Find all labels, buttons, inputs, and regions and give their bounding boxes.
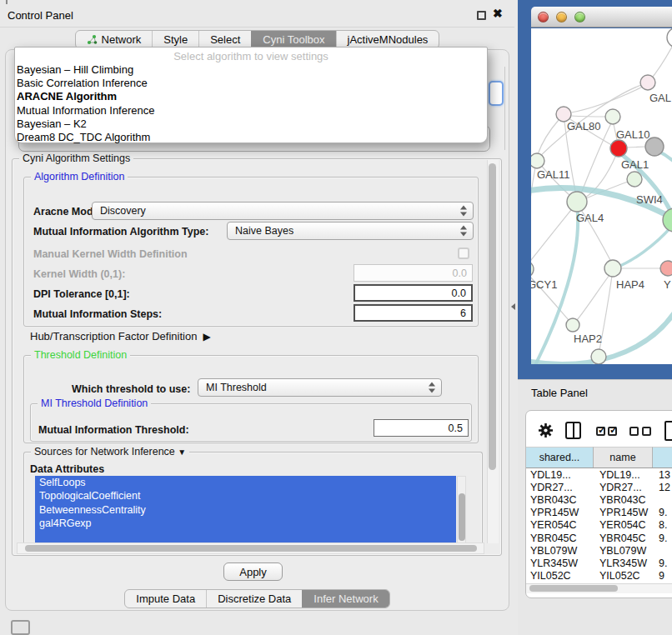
apply-button[interactable]: Apply (223, 562, 283, 581)
attribute-list-scrollbar-thumb[interactable] (459, 493, 465, 541)
mi-type-label: Mutual Information Algorithm Type: (33, 226, 208, 238)
select-all-checkbox-icon[interactable] (608, 427, 617, 436)
algorithm-option-aracne-algorithm[interactable]: ARACNE Algorithm (15, 90, 487, 103)
minimize-traffic-light-icon[interactable] (556, 12, 567, 22)
node-label-hap4: HAP4 (616, 278, 644, 291)
split-columns-icon[interactable] (565, 422, 581, 439)
table-cell: 9. (653, 507, 672, 518)
table-cell: YDR27... (594, 482, 653, 493)
network-node-gcy1[interactable] (531, 261, 534, 278)
network-node-red-node[interactable] (610, 140, 627, 157)
network-node-gal11[interactable] (531, 153, 544, 168)
table-row[interactable]: YDR27...YDR27...12 (526, 481, 672, 493)
network-node-salmon-node[interactable] (660, 261, 672, 276)
node-label-gal1: GAL1 (621, 158, 649, 171)
new-table-icon[interactable] (664, 421, 672, 441)
table-row[interactable]: YBR045CYBR045C9. (526, 532, 672, 544)
attribute-item-gal4rgexp[interactable]: gal4RGexp (35, 517, 456, 530)
table-row[interactable]: YIL052CYIL052C9 (526, 570, 672, 580)
float-window-icon[interactable] (477, 11, 486, 20)
table-cell: YDL19... (526, 469, 594, 481)
data-attributes-list[interactable]: SelfLoopsTopologicalCoefficientBetweenne… (35, 476, 456, 543)
which-threshold-select[interactable]: MI Threshold (198, 378, 442, 397)
tab-jactivemnodules[interactable]: jActiveMNodules (336, 31, 439, 48)
column-header-name[interactable]: name (594, 447, 653, 468)
close-icon[interactable]: ✖ (493, 7, 503, 20)
network-node-hap2[interactable] (566, 318, 579, 332)
settings-vertical-scrollbar-thumb[interactable] (489, 163, 496, 470)
network-edge (577, 275, 609, 320)
network-node-swi4[interactable] (627, 172, 642, 187)
network-node-bottom-partial[interactable] (591, 349, 606, 364)
table-horizontal-scrollbar-thumb[interactable] (529, 585, 618, 592)
cyni-settings-title: Cyni Algorithm Settings (19, 152, 133, 164)
close-traffic-light-icon[interactable] (538, 12, 549, 22)
column-header-partial[interactable] (653, 447, 672, 468)
algorithm-option-basic-correlation-inference[interactable]: Basic Correlation Inference (15, 77, 487, 90)
node-label-gal4: GAL4 (576, 212, 604, 224)
network-canvas[interactable]: GALGAL80GAL10GAL1GAL11SWI4GAL4GCY1HAP4YH… (531, 28, 672, 364)
network-edge (531, 168, 535, 262)
settings-horizontal-scrollbar-thumb[interactable] (25, 545, 477, 552)
algorithm-option-mutual-information-inference[interactable]: Mutual Information Inference (15, 104, 487, 118)
tab-infer-network[interactable]: Infer Network (302, 590, 389, 608)
which-threshold-label: Which threshold to use: (72, 383, 190, 395)
mi-threshold-field[interactable]: 0.5 (374, 419, 469, 437)
table-cell: YIL052C (594, 570, 653, 579)
tab-cyni-toolbox[interactable]: Cyni Toolbox (251, 31, 335, 48)
aracne-mode-value: Discovery (100, 205, 146, 217)
table-cell: YPR145W (594, 507, 653, 518)
mi-steps-field[interactable]: 6 (354, 304, 473, 322)
table-cell: YBR043C (526, 494, 594, 506)
sources-title: Sources for Network Inference ▼ (31, 446, 189, 458)
table-row[interactable]: YPR145WYPR145W9. (526, 507, 672, 519)
tab-select[interactable]: Select (198, 31, 251, 48)
table-rows: YDL19...YDL19...13YDR27...YDR27...12YBR0… (526, 468, 672, 579)
select-all-checkbox-icon[interactable] (596, 427, 605, 436)
table-row[interactable]: YBR043CYBR043C (526, 493, 672, 506)
table-cell: 9. (653, 558, 672, 569)
table-row[interactable]: YER054CYER054C8. (526, 519, 672, 532)
network-node-hap4[interactable] (604, 260, 621, 277)
manual-kernel-checkbox[interactable] (458, 248, 469, 259)
stepper-icon (460, 206, 467, 217)
dpi-tolerance-field[interactable]: 0.0 (354, 284, 473, 302)
network-node-gal10[interactable] (605, 109, 620, 124)
algorithm-option-dream8-dc-tdc-algorithm[interactable]: Dream8 DC_TDC Algorithm (15, 131, 487, 144)
algorithm-option-bayesian-hill-climbing[interactable]: Bayesian – Hill Climbing (15, 63, 487, 77)
column-header-shared[interactable]: shared... (526, 447, 594, 468)
deselect-all-checkbox-icon[interactable] (629, 427, 639, 436)
aracne-mode-select[interactable]: Discovery (92, 202, 474, 220)
tab-style[interactable]: Style (152, 31, 198, 48)
mi-threshold-label: Mutual Information Threshold: (38, 424, 189, 436)
zoom-traffic-light-icon[interactable] (574, 12, 585, 22)
collapsed-panel-chip[interactable] (11, 620, 30, 635)
network-edge (531, 210, 571, 264)
attribute-item-selfloops[interactable]: SelfLoops (35, 476, 456, 489)
table-cell: YDL19... (594, 469, 653, 481)
table-row[interactable]: YLR345WYLR345W9. (526, 557, 672, 569)
table-row[interactable]: YBL079WYBL079W (526, 544, 672, 557)
deselect-all-checkbox-icon[interactable] (642, 427, 651, 436)
attribute-item-topologicalcoefficient[interactable]: TopologicalCoefficient (35, 489, 456, 502)
hub-definition-expander[interactable]: Hub/Transcription Factor Definition ▶ (30, 330, 211, 342)
mi-type-select[interactable]: Naive Bayes (227, 222, 474, 240)
network-node-gal4[interactable] (567, 192, 587, 212)
node-label-gal10: GAL10 (616, 128, 649, 141)
network-node-top-partial[interactable] (667, 28, 672, 48)
mi-steps-label: Mutual Information Steps: (33, 308, 162, 320)
kernel-width-field[interactable]: 0.0 (354, 264, 473, 282)
network-node-gal7[interactable] (640, 75, 655, 90)
network-window-titlebar[interactable] (531, 7, 672, 28)
algorithm-option-bayesian-k2[interactable]: Bayesian – K2 (15, 118, 487, 131)
tab-impute-data[interactable]: Impute Data (125, 590, 206, 608)
node-label-gal: GAL (649, 92, 671, 104)
gear-icon[interactable] (538, 422, 554, 438)
tab-network[interactable]: Network (76, 31, 153, 48)
attribute-item-betweennesscentrality[interactable]: BetweennessCentrality (35, 503, 456, 517)
table-row[interactable]: YDL19...YDL19...13 (526, 468, 672, 481)
network-edge (571, 84, 648, 112)
splitter-collapse-icon[interactable] (508, 303, 515, 310)
tab-discretize-data[interactable]: Discretize Data (206, 590, 302, 608)
network-edge (627, 147, 646, 148)
